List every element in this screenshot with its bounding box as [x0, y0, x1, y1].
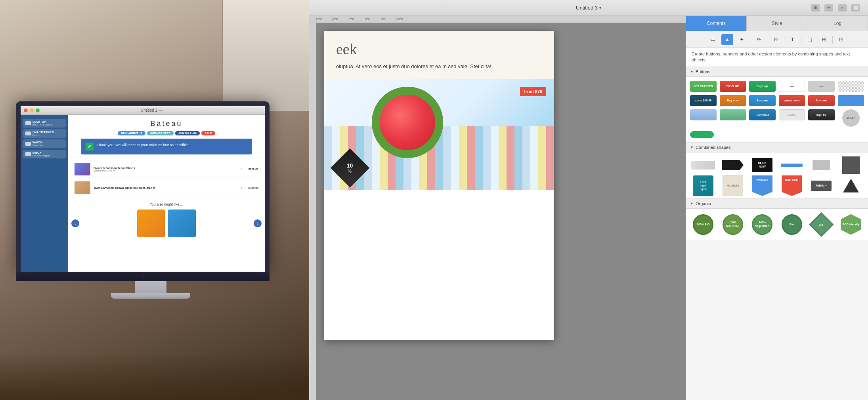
- section-header-buttons[interactable]: ▼ Buttons: [686, 67, 868, 77]
- shape-tag[interactable]: [690, 156, 717, 174]
- btn-download[interactable]: ↓ Download: [749, 109, 776, 120]
- badge-bio-diamond[interactable]: Bio: [808, 213, 835, 236]
- nav-sale[interactable]: SALE: [201, 131, 215, 135]
- organic-section-title: Organic: [696, 201, 711, 206]
- move-icon[interactable]: ✛: [824, 4, 833, 11]
- btn-light-blue[interactable]: [690, 109, 717, 120]
- tool-star[interactable]: ✦: [736, 34, 748, 45]
- window-photo: [222, 0, 309, 111]
- sidebar-item-watch[interactable]: WATCH Plain Text: [23, 139, 66, 148]
- crop-icon[interactable]: ⌐: [838, 4, 847, 11]
- tab-contents[interactable]: Contents: [686, 16, 747, 31]
- btn-checkers[interactable]: [838, 81, 864, 92]
- imac-chin: : [16, 272, 270, 281]
- sidebar-item-smartphones[interactable]: SMARTPHONES Retina: [23, 129, 66, 138]
- close-button[interactable]: [24, 109, 28, 112]
- shape-from79[interactable]: from $79: [749, 177, 776, 194]
- shape-highlight[interactable]: Highlight: [720, 177, 746, 194]
- badge-100bio[interactable]: 100% BIO: [690, 213, 717, 236]
- btn-arrow-circle-1[interactable]: →: [779, 81, 805, 92]
- sidebar-item-inbox[interactable]: INBOX Preview Snippet: [23, 150, 66, 158]
- arrange-icon[interactable]: ⊞: [811, 4, 820, 11]
- item-variant-1: Marine Blue, Size M: [94, 170, 234, 172]
- shape-gray-box[interactable]: [808, 156, 835, 174]
- shapes-grid: CLICKNOW Let'sreadagain: [686, 152, 868, 199]
- shape-menu[interactable]: MENU ≡: [808, 177, 835, 194]
- btn-buynow-blue[interactable]: Buy now: [749, 95, 776, 106]
- btn-price-tag[interactable]: $24.99 $19.99: [690, 95, 717, 106]
- badge-eco[interactable]: ECO friendly: [838, 213, 864, 236]
- window-title: Untitled 3: [576, 5, 598, 11]
- left-panel: Untitled 2 — DESKTOP iMac, PC & Tablets: [0, 0, 309, 400]
- app-body: DESKTOP iMac, PC & Tablets SMARTPHONES R…: [21, 115, 265, 272]
- item-qty-2: 1: [237, 187, 245, 189]
- tool-camera[interactable]: ⊙: [770, 34, 782, 45]
- badge-100veg[interactable]: 100% vegetarian: [749, 213, 776, 236]
- tool-pen[interactable]: ✏: [753, 34, 765, 45]
- window-icon[interactable]: ⬜: [851, 4, 860, 11]
- blue-bar-shape-item: [781, 164, 803, 167]
- read-again-shape-item: Let'sreadagain: [693, 175, 713, 196]
- tool-text[interactable]: T: [787, 34, 799, 45]
- also-like-prev-arrow[interactable]: ‹: [71, 219, 79, 227]
- ruler-top: 500 600 700 800 900 1000: [309, 16, 686, 23]
- smartphone-icon: [25, 131, 31, 135]
- canvas-content[interactable]: eek oluptua. At vero eos et justo duo do…: [316, 23, 686, 400]
- nav-join-club[interactable]: JOIN THE CLUB: [175, 131, 200, 135]
- also-like-section: You also might like ... ‹ ›: [68, 199, 265, 240]
- sidebar-item-desktop[interactable]: DESKTOP iMac, PC & Tablets: [23, 119, 66, 128]
- from139-shape-item: from $139: [782, 175, 802, 196]
- nav-summer-sets[interactable]: SUMMER SETS: [147, 131, 174, 135]
- btn-green-small[interactable]: [690, 131, 714, 138]
- btn-buynow-red[interactable]: Buy now: [808, 95, 835, 106]
- btn-sign-up-green[interactable]: Sign up: [749, 81, 776, 92]
- main-area: 500 600 700 800 900 1000 eek oluptu: [309, 16, 868, 400]
- section-header-organic[interactable]: ▼ Organic: [686, 199, 868, 209]
- nav-new-arrivals[interactable]: NEW ARRIVALS: [118, 131, 145, 135]
- btn-plain-blue[interactable]: [838, 95, 864, 106]
- shape-blue-bar[interactable]: [779, 156, 805, 174]
- tab-log[interactable]: Log: [807, 16, 868, 31]
- ruler-mark-800: 800: [364, 17, 380, 21]
- shape-from139[interactable]: from $139: [779, 177, 805, 194]
- tool-separator-1: [750, 36, 750, 44]
- sidebar-watch-sub: Plain Text: [33, 144, 43, 147]
- tool-square[interactable]: ▭: [707, 34, 719, 45]
- tab-style[interactable]: Style: [747, 16, 807, 31]
- tool-selection[interactable]: ⬚: [804, 34, 816, 45]
- sidebar-desktop-texts: DESKTOP iMac, PC & Tablets: [33, 120, 53, 126]
- btn-sign-up-red[interactable]: SIGN UP: [720, 81, 746, 92]
- badge-eco-text: ECO friendly: [843, 223, 859, 226]
- btn-light-green[interactable]: [720, 109, 746, 120]
- badge-bio[interactable]: Bio: [779, 213, 805, 236]
- btn-shop[interactable]: SHOP›: [842, 109, 860, 127]
- like-item-2[interactable]: [168, 210, 196, 237]
- badge-100natural-text: 100% NATURAL: [724, 221, 742, 228]
- shape-click-now[interactable]: CLICKNOW: [749, 156, 776, 174]
- tool-grid[interactable]: ⊞: [818, 34, 830, 45]
- maximize-button[interactable]: [36, 109, 40, 112]
- shape-arrow[interactable]: [720, 156, 746, 174]
- btn-buynow-orange[interactable]: Buy now: [720, 95, 746, 106]
- badge-100natural[interactable]: 100% NATURAL: [720, 213, 746, 236]
- also-like-next-arrow[interactable]: ›: [254, 219, 262, 227]
- app-window: Untitled 2 — DESKTOP iMac, PC & Tablets: [21, 106, 265, 272]
- tool-triangle[interactable]: ▲: [721, 34, 733, 45]
- combined-arrow-icon: ▼: [690, 145, 694, 149]
- badge-unit: %: [347, 169, 353, 173]
- btn-special-offers[interactable]: Special Offers: [779, 95, 805, 106]
- shape-triangle-item[interactable]: [838, 177, 864, 194]
- btn-named[interactable]: NAMED: [779, 109, 805, 120]
- shape-read-again[interactable]: Let'sreadagain: [690, 177, 717, 194]
- title-dropdown-icon[interactable]: ▾: [599, 6, 601, 10]
- btn-sign-up-dark[interactable]: Sign up: [808, 109, 835, 120]
- shape-dark-square[interactable]: [838, 156, 864, 174]
- sidebar-inbox-sub: Preview Snippet: [33, 154, 50, 157]
- minimize-button[interactable]: [30, 109, 34, 112]
- like-item-1[interactable]: [137, 210, 165, 237]
- section-header-combined[interactable]: ▼ Combined shapes: [686, 143, 868, 152]
- btn-arrow-circle-2[interactable]: →: [808, 81, 835, 92]
- btn-get-started[interactable]: GET STARTED: [690, 81, 717, 92]
- sidebar-scroll[interactable]: ▼ Buttons GET STARTED SIGN UP Sign up: [686, 67, 868, 400]
- tool-image[interactable]: ⊡: [835, 34, 847, 45]
